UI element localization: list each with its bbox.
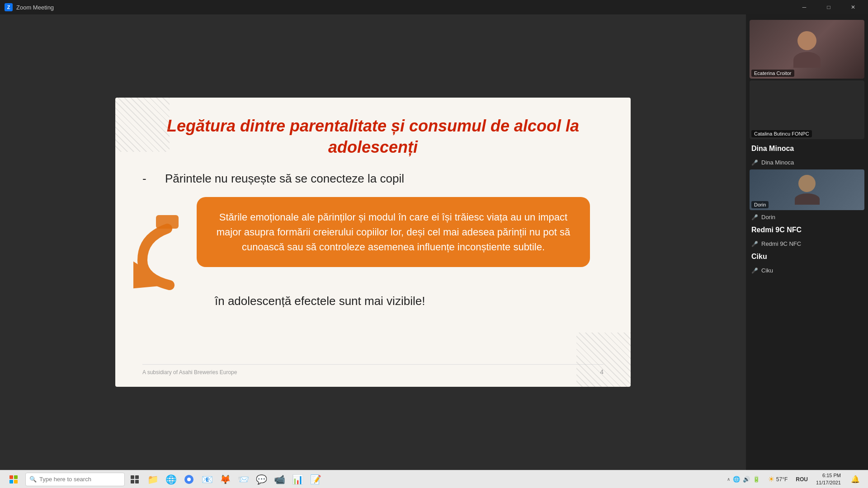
footer-text: A subsidiary of Asahi Breweries Europe	[142, 369, 237, 375]
bullet-dash: -	[142, 172, 156, 186]
dorin-silhouette	[795, 175, 820, 205]
video1-name: Ecaterina Croitor	[751, 70, 794, 77]
dorin-body	[795, 193, 820, 205]
participant-video-2: Catalina Butincu FONPC	[750, 80, 864, 139]
firefox-button[interactable]: 🦊	[217, 471, 233, 488]
clock-time: 6:15 PM	[816, 472, 841, 479]
zoom-taskbar-button[interactable]: 📹	[271, 471, 288, 488]
win-square-3	[9, 480, 13, 483]
taskbar: 🔍 📁 🌐 📧 🦊 📨 💬	[0, 470, 868, 488]
svg-rect-3	[135, 475, 139, 479]
clock-date: 11/17/2021	[816, 479, 841, 486]
win-square-1	[9, 475, 13, 479]
minimize-button[interactable]: ─	[794, 0, 815, 14]
orange-box-text: Stările emoționale ale părinților și mod…	[217, 211, 571, 253]
participant-name-3: Redmi 9C NFC	[761, 240, 801, 247]
main-area: Legătura dintre parentalitate și consumu…	[0, 14, 868, 470]
dorin-label: Dorin	[761, 214, 775, 221]
participant-dina-minoca: 🎤 Dina Minoca	[746, 157, 868, 168]
search-input[interactable]	[39, 476, 116, 483]
svg-rect-4	[131, 480, 134, 483]
slide-bullet: - Părintele nu reușește să se conecteze …	[142, 172, 604, 186]
win-square-4	[14, 480, 18, 483]
title-bar: Z Zoom Meeting ─ □ ✕	[0, 0, 868, 14]
participant-ciku: 🎤 Ciku	[746, 265, 868, 276]
section-ciku: Ciku	[746, 249, 868, 265]
participant-name-1: Dina Minoca	[761, 159, 794, 166]
tray-speaker[interactable]: 🔊	[742, 475, 751, 484]
edge-button[interactable]: 🌐	[163, 471, 179, 488]
participant-video-1: Ecaterina Croitor	[750, 20, 864, 79]
window-controls: ─ □ ✕	[794, 0, 863, 14]
participant-name-4: Ciku	[761, 267, 773, 274]
weather-area[interactable]: ☀ 57°F	[764, 475, 791, 483]
whatsapp-button[interactable]: 💬	[253, 471, 269, 488]
mail-button[interactable]: 📧	[199, 471, 215, 488]
page-number: 4	[600, 368, 604, 375]
slide-area: Legătura dintre parentalitate și consumu…	[0, 14, 746, 470]
dorin-video: Dorin	[750, 169, 864, 210]
window-title: Zoom Meeting	[16, 4, 794, 11]
weather-temp: 57°F	[776, 476, 788, 483]
slide-footer: A subsidiary of Asahi Breweries Europe 4	[142, 364, 604, 375]
section-dina-minoca: Dina Minoca	[746, 141, 868, 157]
language-indicator[interactable]: ROU	[793, 476, 811, 483]
dorin-name: Dorin	[751, 201, 769, 208]
mic-icon-4: 🎤	[751, 267, 759, 274]
orange-section: Stările emoționale ale părinților și mod…	[142, 197, 604, 308]
slide-title: Legătura dintre parentalitate și consumu…	[142, 116, 604, 158]
file-explorer-button[interactable]: 📁	[145, 471, 161, 488]
win-square-2	[14, 475, 18, 479]
mic-icon-1: 🎤	[751, 160, 759, 166]
body-1	[793, 52, 821, 68]
clock[interactable]: 6:15 PM 11/17/2021	[812, 471, 844, 487]
participant-redmi: 🎤 Redmi 9C NFC	[746, 239, 868, 249]
system-tray: ∧ 🌐 🔊 🔋	[724, 470, 763, 488]
search-box[interactable]: 🔍	[25, 473, 125, 486]
participants-panel: Ecaterina Croitor Catalina Butincu FONPC…	[746, 14, 868, 470]
svg-rect-5	[135, 480, 139, 483]
close-button[interactable]: ✕	[843, 0, 863, 14]
section-name-1: Dina Minoca	[751, 145, 863, 153]
participant-dorin: 🎤 Dorin	[746, 212, 868, 222]
face-1	[797, 31, 816, 50]
maximize-button[interactable]: □	[818, 0, 839, 14]
video-thumb-1: Ecaterina Croitor	[750, 20, 864, 79]
weather-icon: ☀	[768, 475, 774, 483]
notification-button[interactable]: 🔔	[846, 470, 864, 488]
notification-icon: 🔔	[851, 475, 860, 483]
tray-battery[interactable]: 🔋	[752, 475, 761, 484]
person-silhouette-1	[793, 31, 821, 68]
bullet-text: Părintele nu reușește să se conecteze la…	[165, 172, 404, 186]
video-thumb-2: Catalina Butincu FONPC	[750, 80, 864, 139]
mic-icon-2: 🎤	[751, 214, 759, 221]
svg-point-7	[187, 478, 191, 481]
search-icon: 🔍	[29, 476, 37, 483]
tray-expand[interactable]: ∧	[726, 477, 731, 482]
section-redmi: Redmi 9C NFC	[746, 222, 868, 239]
excel-button[interactable]: 📊	[289, 471, 306, 488]
section-name-4: Ciku	[751, 253, 863, 261]
tray-network[interactable]: 🌐	[732, 475, 741, 484]
orange-box: Stările emoționale ale părinților și mod…	[197, 197, 590, 267]
svg-rect-2	[131, 475, 134, 479]
section-name-3: Redmi 9C NFC	[751, 226, 863, 234]
video2-name: Catalina Butincu FONPC	[751, 130, 812, 137]
chrome-button[interactable]	[181, 471, 197, 488]
presentation-slide: Legătura dintre parentalitate și consumu…	[115, 98, 631, 387]
start-button[interactable]	[4, 470, 24, 488]
outlook-button[interactable]: 📨	[235, 471, 251, 488]
word-button[interactable]: 📝	[307, 471, 324, 488]
mic-icon-3: 🎤	[751, 241, 759, 247]
result-text: în adolescență efectele sunt mai vizibil…	[215, 294, 604, 308]
app-icon: Z	[5, 3, 13, 11]
windows-icon	[9, 475, 18, 483]
task-view-button[interactable]	[127, 471, 143, 488]
dorin-face	[798, 175, 816, 192]
